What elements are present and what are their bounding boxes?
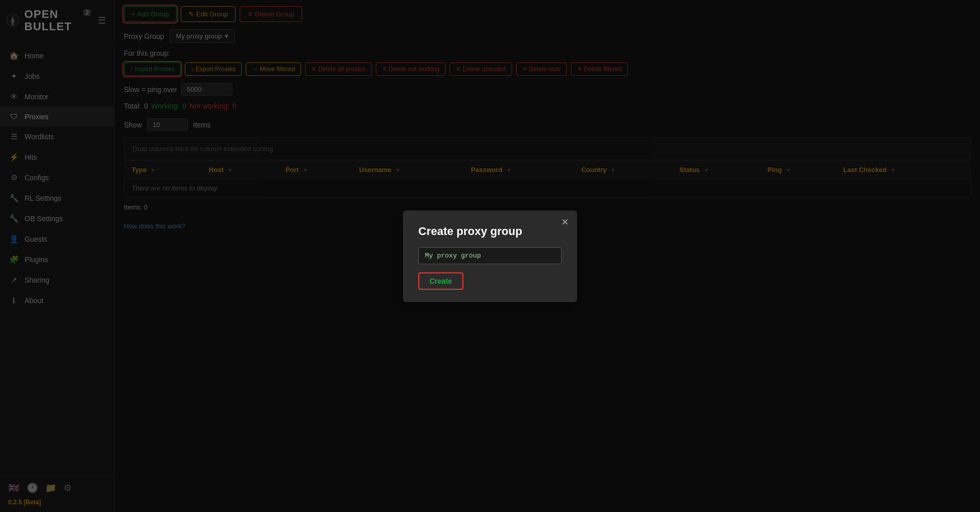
modal-close-button[interactable]: ✕: [561, 218, 569, 227]
create-proxy-group-modal: ✕ Create proxy group Create: [403, 210, 577, 302]
modal-create-button[interactable]: Create: [418, 272, 463, 290]
modal-overlay[interactable]: ✕ Create proxy group Create: [0, 0, 980, 512]
modal-group-name-input[interactable]: [418, 247, 562, 264]
modal-title: Create proxy group: [418, 225, 562, 238]
